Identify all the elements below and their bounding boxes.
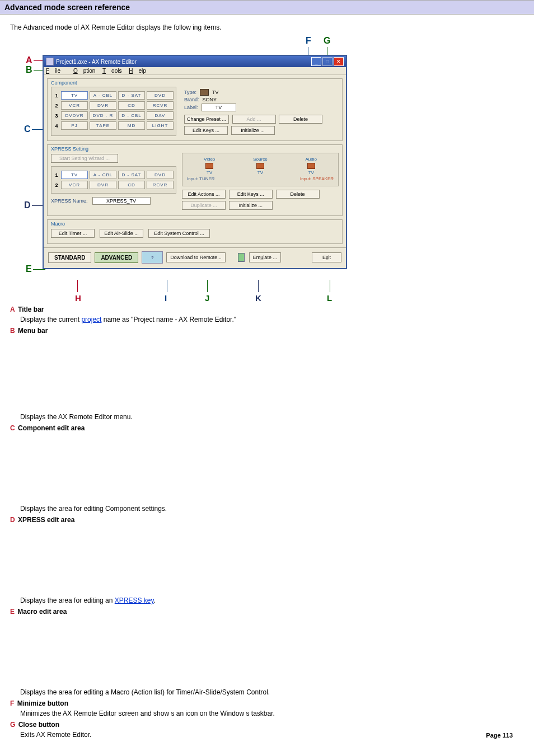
edit-keys-button[interactable]: Edit Keys ... bbox=[229, 190, 273, 199]
comp-btn[interactable]: A - CBL bbox=[90, 91, 116, 100]
comp-btn[interactable]: MD bbox=[118, 121, 145, 130]
label-input[interactable]: TV bbox=[202, 104, 236, 111]
xpress-btn[interactable]: A - CBL bbox=[90, 171, 116, 179]
bottom-callouts: H I J K L bbox=[43, 293, 345, 303]
xpress-btn[interactable]: TV bbox=[61, 171, 88, 179]
comp-btn[interactable]: VCR bbox=[61, 101, 88, 110]
standard-mode-button[interactable]: STANDARD bbox=[48, 252, 91, 263]
comp-btn[interactable]: DVD bbox=[147, 91, 174, 100]
comp-btn-tv[interactable]: TV bbox=[61, 91, 88, 100]
comp-btn[interactable]: DVR bbox=[90, 101, 116, 110]
def-f: F Minimize button Minimizes the AX Remot… bbox=[10, 699, 524, 717]
annotated-screenshot: F G A B C D E Project1.axe - AX Remote E… bbox=[26, 36, 524, 299]
menu-tools[interactable]: Tools bbox=[102, 68, 121, 74]
change-preset-button[interactable]: Change Preset ... bbox=[184, 115, 229, 124]
intro-text: The Advanced mode of AX Remote Editor di… bbox=[10, 24, 524, 31]
comp-btn[interactable]: CD bbox=[118, 101, 145, 110]
xpress-name-input[interactable]: XPRESS_TV bbox=[92, 197, 151, 205]
menu-option[interactable]: Option bbox=[73, 68, 95, 74]
tv-icon bbox=[200, 89, 209, 96]
xpress-key-link[interactable]: XPRESS key bbox=[115, 597, 154, 604]
def-e: E Macro edit area Displays the area for … bbox=[10, 608, 524, 696]
def-b: B Menu bar Displays the AX Remote Editor… bbox=[10, 327, 524, 421]
def-g: G Close button Exits AX Remote Editor. P… bbox=[10, 721, 524, 739]
title-bar-text: Project1.axe - AX Remote Editor bbox=[56, 59, 311, 65]
edit-timer-button[interactable]: Edit Timer ... bbox=[51, 229, 95, 238]
edit-air-slide-button[interactable]: Edit Air-Slide ... bbox=[100, 229, 143, 238]
xpress-btn[interactable]: RCVR bbox=[147, 181, 174, 189]
callout-f: F bbox=[306, 36, 311, 56]
edit-actions-button[interactable]: Edit Actions ... bbox=[182, 190, 226, 199]
component-legend: Component bbox=[51, 80, 339, 86]
maximize-button: □ bbox=[322, 57, 332, 66]
comp-btn[interactable]: DVDVR bbox=[61, 111, 88, 120]
comp-btn[interactable]: RCVR bbox=[147, 101, 174, 110]
document-icon bbox=[238, 253, 245, 262]
delete-button[interactable]: Delete bbox=[279, 115, 322, 124]
duplicate-button: Duplicate ... bbox=[182, 201, 226, 210]
exit-button[interactable]: Exit bbox=[312, 252, 341, 262]
xpress-btn[interactable]: DVD bbox=[147, 171, 174, 179]
xpress-legend: XPRESS Setting bbox=[51, 146, 339, 152]
minimize-button[interactable]: _ bbox=[311, 57, 321, 66]
xpress-btn[interactable]: D - SAT bbox=[118, 171, 145, 179]
initialize-button[interactable]: Initialize ... bbox=[229, 201, 273, 210]
audio-icon bbox=[307, 163, 315, 169]
comp-btn[interactable]: DAV bbox=[147, 111, 174, 120]
comp-btn[interactable]: TAPE bbox=[90, 121, 116, 130]
xpress-panel: XPRESS Setting Start Setting Wizard ... … bbox=[47, 144, 343, 216]
macro-panel: Macro Edit Timer ... Edit Air-Slide ... … bbox=[47, 219, 343, 244]
app-window: Project1.axe - AX Remote Editor _ □ ✕ Fi… bbox=[43, 55, 347, 269]
def-c: C Component edit area Displays the area … bbox=[10, 424, 524, 513]
component-detail: Type: TV Brand: SONY Label: TV Change Pr… bbox=[182, 87, 339, 136]
def-a: A Title bar Displays the current project… bbox=[10, 306, 524, 323]
macro-legend: Macro bbox=[51, 221, 339, 227]
callout-g: G bbox=[324, 36, 330, 56]
source-icon bbox=[256, 163, 264, 169]
comp-btn[interactable]: LIGHT bbox=[147, 121, 174, 130]
initialize-button[interactable]: Initialize ... bbox=[231, 126, 275, 135]
page-title: Advanced mode screen reference bbox=[0, 0, 534, 15]
comp-btn[interactable]: D - CBL bbox=[118, 111, 145, 120]
xpress-btn[interactable]: DVR bbox=[90, 181, 116, 189]
project-link[interactable]: project bbox=[81, 316, 101, 323]
delete-button[interactable]: Delete bbox=[276, 190, 320, 199]
app-icon bbox=[46, 58, 54, 65]
emulate-button[interactable]: Emulate ... bbox=[249, 252, 281, 262]
page-number: Page 113 bbox=[486, 732, 513, 739]
comp-btn[interactable]: D - SAT bbox=[118, 91, 145, 100]
edit-keys-button[interactable]: Edit Keys ... bbox=[184, 126, 228, 135]
title-bar: Project1.axe - AX Remote Editor _ □ ✕ bbox=[44, 56, 346, 67]
advanced-mode-button[interactable]: ADVANCED bbox=[95, 252, 138, 263]
video-icon bbox=[205, 163, 213, 169]
close-button[interactable]: ✕ bbox=[334, 57, 344, 66]
menu-help[interactable]: Help bbox=[129, 68, 146, 74]
comp-btn[interactable]: PJ bbox=[61, 121, 88, 130]
download-to-remote-button[interactable]: Download to Remote... bbox=[166, 252, 226, 262]
def-d: D XPRESS edit area Displays the area for… bbox=[10, 516, 524, 604]
bottom-bar: STANDARD ADVANCED ? Download to Remote..… bbox=[44, 247, 346, 268]
state-graphic-icon: ? bbox=[142, 251, 163, 264]
xpress-btn[interactable]: CD bbox=[118, 181, 145, 189]
xpress-btn[interactable]: VCR bbox=[61, 181, 88, 189]
menu-file[interactable]: File bbox=[46, 68, 66, 74]
edit-system-control-button[interactable]: Edit System Control ... bbox=[148, 229, 210, 238]
add-button: Add ... bbox=[232, 115, 276, 124]
comp-btn[interactable]: DVD - R bbox=[90, 111, 116, 120]
component-panel: Component 1 TV A - CBL D - SAT DVD 2 VCR… bbox=[47, 78, 343, 141]
menu-bar: File Option Tools Help bbox=[44, 67, 346, 75]
component-grid: 1 TV A - CBL D - SAT DVD 2 VCR DVR CD RC… bbox=[51, 87, 176, 136]
start-setting-wizard-button: Start Setting Wizard ... bbox=[51, 154, 118, 163]
